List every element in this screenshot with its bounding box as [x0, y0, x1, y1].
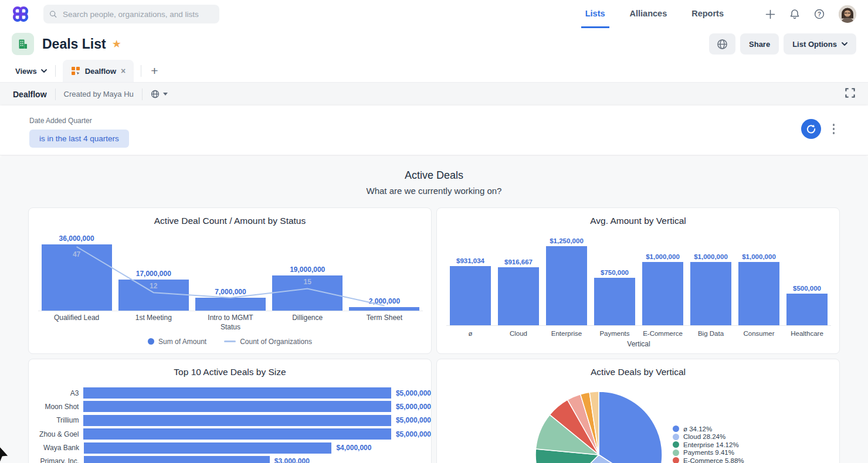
pie-slice: [589, 391, 599, 455]
vbar-xaxis-label: Vertical: [446, 340, 831, 348]
view-name: Dealflow: [13, 90, 47, 99]
pie-chart: [437, 378, 840, 463]
x-tick-label: Big Data: [687, 330, 735, 337]
user-avatar[interactable]: [839, 5, 856, 23]
bar-column: 36,000,000: [38, 233, 115, 311]
notifications-button[interactable]: [789, 9, 800, 19]
page-title: Deals List: [42, 36, 106, 52]
add-view-button[interactable]: +: [151, 64, 158, 78]
filter-bar: Date Added Quarter is in the last 4 quar…: [0, 105, 868, 155]
hbar-row: Primary, Inc.$3,000,000: [29, 456, 431, 463]
star-icon[interactable]: ★: [112, 38, 121, 50]
legend-item[interactable]: ø 34.12%: [673, 425, 744, 433]
add-button[interactable]: [765, 9, 775, 19]
share-label: Share: [749, 40, 770, 49]
pie-slice: [536, 415, 599, 455]
dashboard-icon: [71, 66, 80, 76]
help-icon: ?: [814, 9, 825, 19]
filter-actions: [801, 119, 838, 139]
page-header: Deals List ★ Share List Options: [0, 28, 868, 60]
vbar-xticks: øCloudEnterprisePaymentsE-CommerceBig Da…: [446, 330, 831, 337]
pie-slice: [568, 394, 599, 455]
tab-dealflow[interactable]: Dealflow ×: [63, 60, 134, 82]
affinity-logo-icon[interactable]: [12, 5, 29, 23]
legend-item[interactable]: Payments 9.41%: [673, 449, 744, 457]
search-input[interactable]: [62, 9, 213, 19]
chart-card-avg-vertical: Avg. Amount by Vertical $931,034$916,667…: [436, 207, 840, 354]
plus-icon: [765, 9, 775, 19]
views-label: Views: [15, 67, 37, 76]
legend-item[interactable]: Sum of Amount: [148, 338, 206, 346]
bar-column: 19,000,000: [269, 233, 346, 311]
hbar-row: Moon Shot$5,000,000: [29, 401, 431, 412]
x-tick-label: E-Commerce: [639, 330, 687, 337]
pie-slice: [550, 400, 599, 455]
list-options-label: List Options: [792, 40, 837, 49]
filter-chip[interactable]: is in the last 4 quarters: [29, 130, 129, 148]
topbar: Lists Alliances Reports ?: [0, 0, 868, 28]
list-type-icon: [12, 33, 34, 55]
bell-icon: [789, 9, 800, 19]
bar-column: $1,000,000: [639, 235, 687, 325]
share-visibility-button[interactable]: [709, 33, 735, 55]
chevron-down-icon: [842, 42, 847, 46]
divider: [141, 65, 141, 77]
hbar-row: Zhou & Goel$5,000,000: [29, 428, 431, 440]
x-tick-label: Dilligence: [269, 314, 346, 322]
combo-xaxis-label: Status: [38, 323, 423, 331]
view-visibility-dropdown[interactable]: [151, 90, 168, 98]
legend-item[interactable]: E-Commerce 5.88%: [673, 457, 744, 463]
x-tick-label: Cloud: [494, 330, 542, 337]
legend-dot: [673, 450, 679, 456]
organization-list-icon: [17, 38, 29, 50]
more-options-button[interactable]: [830, 121, 838, 137]
x-tick-label: Enterprise: [542, 330, 591, 337]
legend-item[interactable]: Enterprise 14.12%: [673, 441, 744, 449]
section-subtitle: What are we currently working on?: [0, 186, 868, 196]
legend-dot: [673, 434, 679, 440]
bar-column: $1,000,000: [687, 235, 735, 325]
vbar-plot: $931,034$916,667$1,250,000$750,000$1,000…: [446, 235, 831, 326]
views-dropdown[interactable]: Views: [7, 67, 55, 76]
x-tick-label: 1st Meeting: [115, 314, 192, 322]
svg-text:?: ?: [818, 11, 821, 18]
legend-item[interactable]: Cloud 28.24%: [673, 433, 744, 441]
divider: [55, 88, 56, 100]
hbar-plot: A3$5,000,000Moon Shot$5,000,000Trillium$…: [29, 387, 431, 463]
nav-reports[interactable]: Reports: [687, 0, 728, 28]
divider: [55, 65, 56, 77]
legend-dot: [673, 425, 679, 432]
fullscreen-icon: [845, 88, 855, 98]
avatar-image: [839, 5, 856, 23]
top-nav: Lists Alliances Reports ?: [573, 0, 856, 28]
dashboard-content: Active Deals What are we currently worki…: [0, 157, 868, 463]
tab-label: Dealflow: [85, 67, 116, 76]
chart-title: Active Deals by Vertical: [437, 367, 839, 377]
chart-grid: Active Deal Count / Amount by Status 36,…: [28, 207, 840, 463]
nav-alliances[interactable]: Alliances: [626, 0, 672, 28]
globe-icon: [151, 90, 160, 98]
refresh-button[interactable]: [801, 119, 821, 139]
fullscreen-button[interactable]: [845, 88, 855, 100]
chart-title: Top 10 Active Deals by Size: [29, 367, 431, 377]
list-options-button[interactable]: List Options: [784, 33, 856, 55]
bar-column: $750,000: [591, 235, 639, 325]
x-tick-label: Qualified Lead: [38, 314, 115, 322]
bar-column: $916,667: [494, 235, 542, 325]
chart-card-top-deals: Top 10 Active Deals by Size A3$5,000,000…: [28, 359, 432, 463]
bar-column: $500,000: [783, 235, 831, 325]
x-tick-label: Term Sheet: [346, 314, 423, 322]
close-icon[interactable]: ×: [121, 66, 126, 76]
pie-slice: [581, 392, 599, 455]
filter-field-label: Date Added Quarter: [29, 117, 868, 125]
share-button[interactable]: Share: [740, 33, 779, 55]
global-search[interactable]: [43, 5, 219, 23]
divider: [142, 88, 143, 100]
bar-column: 2,000,000: [346, 233, 423, 311]
nav-lists[interactable]: Lists: [581, 0, 609, 28]
pie-legend: ø 34.12%Cloud 28.24%Enterprise 14.12%Pay…: [673, 425, 744, 463]
legend-item[interactable]: Count of Organizations: [224, 338, 312, 346]
x-tick-label: Healthcare: [783, 330, 831, 337]
help-button[interactable]: ?: [814, 9, 825, 19]
bar-column: $931,034: [446, 235, 494, 325]
